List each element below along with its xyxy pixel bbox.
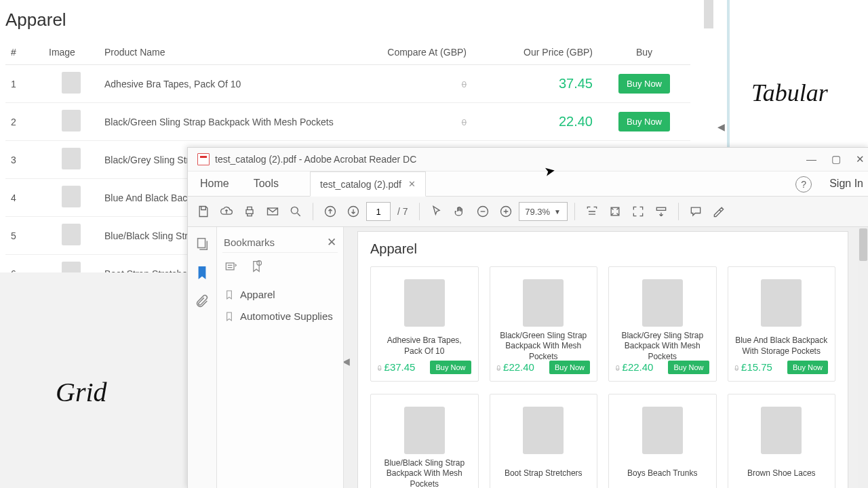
doc-scrollbar[interactable] [858, 227, 868, 488]
attachments-icon[interactable] [195, 293, 210, 308]
buy-now-button[interactable]: Buy Now [618, 112, 670, 131]
svg-point-2 [291, 207, 298, 214]
col-compare[interactable]: Compare At (GBP) [346, 40, 472, 65]
card-image [497, 401, 591, 460]
page-number-input[interactable] [366, 202, 391, 221]
select-tool-icon[interactable] [427, 201, 447, 222]
row-thumb [43, 179, 99, 217]
row-num: 3 [5, 141, 43, 179]
fit-page-icon[interactable] [605, 201, 625, 222]
bookmarks-title: Bookmarks [224, 237, 275, 248]
product-card[interactable]: Blue/Black Sling Strap Backpack With Mes… [370, 394, 479, 488]
product-card[interactable]: Adhesive Bra Tapes, Pack Of 100£37.45Buy… [370, 266, 479, 382]
panel-toggle-icon[interactable]: ◀ [344, 356, 350, 367]
card-buy-button[interactable]: Buy Now [430, 361, 471, 374]
col-num[interactable]: # [5, 40, 43, 65]
row-num: 4 [5, 179, 43, 217]
card-price: £15.75 [741, 361, 772, 373]
row-thumb [43, 103, 99, 141]
maximize-button[interactable]: ▢ [831, 153, 841, 165]
table-row[interactable]: 2Black/Green Sling Strap Backpack With M… [5, 103, 690, 141]
bookmark-item[interactable]: Automotive Supplies [222, 306, 338, 327]
row-thumb [43, 65, 99, 103]
next-page-icon[interactable] [343, 201, 363, 222]
row-compare: 0 [346, 65, 472, 103]
help-icon[interactable]: ? [795, 176, 812, 192]
prev-page-icon[interactable] [320, 201, 340, 222]
col-price[interactable]: Our Price (GBP) [472, 40, 598, 65]
row-price: 22.40 [472, 103, 598, 141]
tabs-row: Home Tools test_catalog (2).pdf ✕ ? Sign… [188, 171, 868, 197]
product-card[interactable]: Brown Shoe Laces [728, 394, 836, 488]
card-buy-button[interactable]: Buy Now [549, 361, 590, 374]
print-icon[interactable] [239, 201, 260, 222]
row-thumb [43, 217, 99, 255]
home-tab[interactable]: Home [188, 171, 241, 196]
close-tab-icon[interactable]: ✕ [408, 179, 416, 189]
product-card[interactable]: Black/Grey Sling Strap Backpack With Mes… [608, 266, 717, 382]
card-image [497, 274, 591, 332]
close-panel-icon[interactable]: ✕ [327, 235, 336, 249]
bookmarks-icon[interactable] [195, 265, 210, 280]
row-name: Adhesive Bra Tapes, Pack Of 10 [99, 65, 346, 103]
read-mode-icon[interactable] [651, 201, 671, 222]
search-icon[interactable] [285, 201, 306, 222]
fullscreen-icon[interactable] [628, 201, 648, 222]
bm-options-icon[interactable] [224, 260, 237, 276]
side-rail [188, 227, 217, 488]
card-price: £37.45 [384, 361, 416, 373]
comment-icon[interactable] [686, 201, 706, 222]
svg-rect-8 [656, 207, 665, 210]
product-card[interactable]: Boot Strap Stretchers [490, 394, 598, 488]
bm-new-icon[interactable] [250, 260, 263, 276]
product-card[interactable]: Blue And Black Backpack With Storage Poc… [728, 266, 836, 382]
card-image [616, 274, 709, 332]
card-name: Blue/Black Sling Strap Backpack With Mes… [378, 464, 471, 484]
row-num: 2 [5, 103, 43, 141]
fit-width-icon[interactable] [582, 201, 602, 222]
highlight-icon[interactable] [709, 201, 729, 222]
hand-tool-icon[interactable] [450, 201, 470, 222]
card-compare: 0 [378, 365, 382, 372]
product-card[interactable]: Black/Green Sling Strap Backpack With Me… [490, 266, 598, 382]
collapse-arrow-icon[interactable]: ◀ [717, 121, 725, 132]
cloud-icon[interactable] [216, 201, 237, 222]
acrobat-window: test_catalog (2).pdf - Adobe Acrobat Rea… [187, 147, 868, 488]
card-buy-button[interactable]: Buy Now [787, 361, 828, 374]
product-card[interactable]: Boys Beach Trunks [608, 394, 717, 488]
col-name[interactable]: Product Name [99, 40, 346, 65]
card-name: Black/Grey Sling Strap Backpack With Mes… [616, 336, 709, 357]
mail-icon[interactable] [262, 201, 283, 222]
bookmark-item[interactable]: Apparel [222, 284, 338, 306]
card-buy-button[interactable]: Buy Now [668, 361, 709, 374]
card-name: Adhesive Bra Tapes, Pack Of 10 [378, 336, 471, 357]
close-button[interactable]: ✕ [856, 153, 865, 165]
card-image [735, 401, 829, 460]
window-title: test_catalog (2).pdf - Adobe Acrobat Rea… [215, 154, 416, 165]
document-view[interactable]: ◀ Apparel Adhesive Bra Tapes, Pack Of 10… [344, 227, 868, 488]
pdf-icon [197, 153, 210, 165]
document-tab[interactable]: test_catalog (2).pdf ✕ [310, 171, 426, 197]
col-buy[interactable]: Buy [598, 40, 690, 65]
pdf-title: Apparel [370, 241, 835, 257]
tools-tab[interactable]: Tools [241, 171, 291, 196]
sign-in-link[interactable]: Sign In [824, 171, 868, 196]
card-price: £22.40 [623, 361, 654, 373]
save-icon[interactable] [193, 201, 214, 222]
doc-scroll-thumb[interactable] [859, 228, 867, 261]
minimize-button[interactable]: — [806, 153, 816, 165]
card-image [378, 401, 471, 460]
table-row[interactable]: 1Adhesive Bra Tapes, Pack Of 10037.45Buy… [5, 65, 690, 103]
col-image[interactable]: Image [43, 40, 99, 65]
zoom-select[interactable]: 79.3%▼ [519, 202, 568, 221]
zoom-out-icon[interactable] [473, 201, 493, 222]
buy-now-button[interactable]: Buy Now [618, 74, 670, 94]
thumbnails-icon[interactable] [195, 237, 210, 251]
row-compare: 0 [346, 103, 472, 141]
zoom-in-icon[interactable] [496, 201, 516, 222]
titlebar[interactable]: test_catalog (2).pdf - Adobe Acrobat Rea… [188, 148, 868, 171]
bookmarks-panel: Bookmarks ✕ ApparelAutomotive Supplies [217, 227, 344, 488]
page-scrollbar-thumb[interactable] [704, 0, 713, 28]
pdf-page: Apparel Adhesive Bra Tapes, Pack Of 100£… [357, 231, 848, 488]
card-name: Blue And Black Backpack With Storage Poc… [735, 336, 829, 357]
